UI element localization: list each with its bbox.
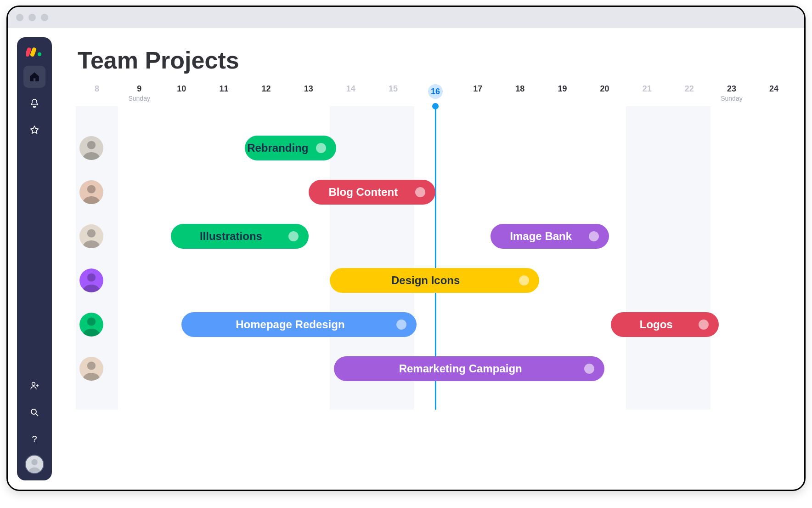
date-number: 14 [330, 84, 372, 94]
svg-point-16 [87, 273, 96, 281]
task-bar[interactable]: Blog Content [309, 180, 435, 205]
app-window: ? Team Projects 89Sunday1011121314151617… [6, 6, 806, 491]
task-label: Homepage Redesign [192, 318, 389, 331]
task-bar[interactable]: Illustrations [171, 224, 308, 249]
date-column[interactable]: 24 [753, 84, 795, 106]
date-column[interactable]: 13 [288, 84, 330, 106]
date-number: 10 [160, 84, 203, 94]
task-resize-handle[interactable] [589, 231, 599, 241]
window-close-dot[interactable] [16, 14, 23, 21]
nav-help-button[interactable]: ? [23, 428, 45, 450]
task-label: Logos [621, 318, 691, 331]
task-resize-handle[interactable] [415, 187, 425, 197]
search-icon [29, 407, 40, 418]
date-column[interactable]: 21 [626, 84, 668, 106]
timeline-body[interactable]: RebrandingBlog ContentIllustrationsImage… [76, 106, 795, 410]
assignee-avatar[interactable] [79, 224, 103, 248]
date-column[interactable]: 15 [372, 84, 414, 106]
task-label: Blog Content [319, 186, 408, 199]
task-bar[interactable]: Remarketing Campaign [334, 356, 605, 381]
task-resize-handle[interactable] [288, 231, 299, 241]
task-resize-handle[interactable] [396, 320, 406, 330]
date-column[interactable]: 23Sunday [710, 84, 753, 106]
svg-point-2 [38, 52, 41, 56]
assignee-avatar[interactable] [79, 180, 103, 204]
left-sidebar: ? [17, 37, 52, 480]
star-icon [29, 125, 40, 136]
task-label: Illustrations [181, 230, 281, 243]
task-resize-handle[interactable] [699, 320, 709, 330]
date-column[interactable]: 9Sunday [118, 84, 160, 106]
nav-favorites-button[interactable] [23, 119, 45, 141]
svg-point-3 [32, 382, 35, 386]
date-number: 18 [499, 84, 541, 94]
svg-text:?: ? [32, 434, 37, 444]
svg-point-18 [87, 317, 96, 325]
date-dayname: Sunday [118, 95, 160, 102]
date-dayname: Sunday [710, 95, 753, 102]
task-label: Remarketing Campaign [344, 362, 577, 375]
task-resize-handle[interactable] [316, 143, 326, 153]
task-bar[interactable]: Image Bank [491, 224, 609, 249]
date-number: 20 [584, 84, 626, 94]
date-number: 15 [372, 84, 414, 94]
window-minimize-dot[interactable] [28, 14, 36, 21]
page-title: Team Projects [78, 46, 795, 74]
window-zoom-dot[interactable] [41, 14, 48, 21]
nav-invite-button[interactable] [23, 375, 45, 397]
home-icon [28, 71, 40, 83]
date-column[interactable]: 11 [203, 84, 245, 106]
main-panel: Team Projects 89Sunday101112131415161718… [52, 28, 804, 490]
date-number: 24 [753, 84, 795, 94]
date-number: 9 [118, 84, 160, 94]
add-user-icon [29, 380, 40, 391]
svg-line-5 [36, 414, 38, 416]
assignee-avatar[interactable] [79, 357, 103, 381]
question-icon: ? [29, 434, 40, 445]
nav-notifications-button[interactable] [23, 92, 45, 114]
task-bar[interactable]: Logos [611, 312, 719, 337]
date-column[interactable]: 8 [76, 84, 118, 106]
task-bar[interactable]: Design Icons [330, 268, 539, 293]
today-indicator-dot [432, 103, 439, 109]
svg-point-14 [87, 229, 96, 237]
timeline: 89Sunday1011121314151617181920212223Sund… [76, 84, 795, 410]
date-column[interactable]: 10 [160, 84, 203, 106]
svg-point-12 [87, 185, 96, 193]
date-column[interactable]: 18 [499, 84, 541, 106]
date-column[interactable]: 19 [541, 84, 583, 106]
window-titlebar [8, 7, 804, 28]
date-column[interactable]: 17 [457, 84, 499, 106]
date-number: 21 [626, 84, 668, 94]
app-logo-icon[interactable] [26, 46, 43, 57]
date-number: 8 [76, 84, 118, 94]
task-bar[interactable]: Homepage Redesign [181, 312, 416, 337]
task-label: Rebranding [247, 142, 308, 154]
bell-icon [29, 98, 40, 109]
date-column[interactable]: 14 [330, 84, 372, 106]
svg-point-4 [31, 409, 36, 414]
task-resize-handle[interactable] [519, 275, 529, 285]
assignee-avatar[interactable] [79, 313, 103, 337]
current-user-avatar[interactable] [25, 455, 44, 474]
date-number: 17 [457, 84, 499, 94]
date-number: 19 [541, 84, 583, 94]
assignee-avatar[interactable] [79, 268, 103, 292]
date-number: 23 [710, 84, 753, 94]
date-column[interactable]: 12 [245, 84, 288, 106]
task-label: Design Icons [340, 274, 512, 287]
date-number: 11 [203, 84, 245, 94]
nav-search-button[interactable] [23, 401, 45, 423]
task-resize-handle[interactable] [584, 364, 594, 374]
nav-home-button[interactable] [23, 66, 45, 88]
date-column[interactable]: 20 [584, 84, 626, 106]
date-number: 22 [668, 84, 710, 94]
assignee-avatar[interactable] [79, 136, 103, 160]
content-area: ? Team Projects 89Sunday1011121314151617… [8, 28, 804, 490]
date-number: 13 [288, 84, 330, 94]
svg-point-20 [87, 361, 96, 370]
task-bar[interactable]: Rebranding [245, 136, 336, 160]
date-number: 16 [428, 84, 443, 99]
date-column[interactable]: 22 [668, 84, 710, 106]
date-number: 12 [245, 84, 288, 94]
